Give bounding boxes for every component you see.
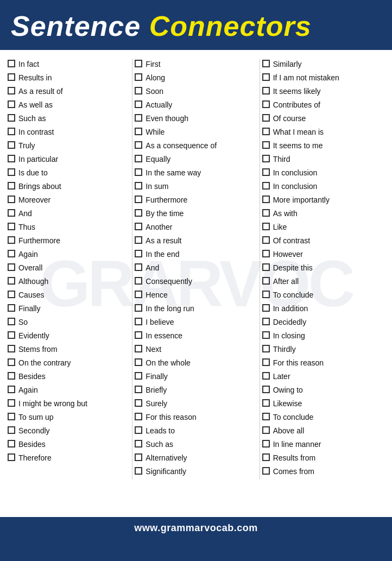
checkbox-icon[interactable] — [8, 209, 15, 217]
checkbox-icon[interactable] — [135, 114, 142, 122]
checkbox-icon[interactable] — [8, 100, 15, 108]
checkbox-icon[interactable] — [135, 372, 142, 380]
checkbox-icon[interactable] — [8, 236, 15, 244]
checkbox-icon[interactable] — [135, 60, 142, 67]
checkbox-icon[interactable] — [135, 399, 142, 407]
checkbox-icon[interactable] — [135, 467, 142, 475]
checkbox-icon[interactable] — [262, 155, 270, 162]
checkbox-icon[interactable] — [135, 73, 142, 81]
checkbox-icon[interactable] — [262, 467, 270, 475]
checkbox-icon[interactable] — [262, 399, 270, 407]
checkbox-icon[interactable] — [135, 87, 142, 94]
checkbox-icon[interactable] — [262, 372, 270, 380]
checkbox-icon[interactable] — [262, 60, 270, 67]
checkbox-icon[interactable] — [262, 73, 270, 81]
checkbox-icon[interactable] — [262, 236, 270, 244]
checkbox-icon[interactable] — [262, 141, 270, 149]
checkbox-icon[interactable] — [262, 304, 270, 312]
checkbox-icon[interactable] — [135, 331, 142, 339]
checkbox-icon[interactable] — [8, 223, 15, 230]
checkbox-icon[interactable] — [135, 453, 142, 461]
checkbox-icon[interactable] — [262, 440, 270, 447]
checkbox-icon[interactable] — [8, 128, 15, 135]
checkbox-icon[interactable] — [135, 223, 142, 230]
checkbox-icon[interactable] — [8, 250, 15, 257]
list-item: While — [135, 127, 257, 138]
checkbox-icon[interactable] — [135, 100, 142, 108]
checkbox-icon[interactable] — [8, 304, 15, 312]
checkbox-icon[interactable] — [262, 331, 270, 339]
checkbox-icon[interactable] — [135, 345, 142, 352]
checkbox-icon[interactable] — [8, 87, 15, 94]
checkbox-icon[interactable] — [262, 318, 270, 325]
list-item: What I mean is — [262, 127, 384, 138]
checkbox-icon[interactable] — [8, 141, 15, 149]
checkbox-icon[interactable] — [8, 73, 15, 81]
checkbox-icon[interactable] — [8, 331, 15, 339]
checkbox-icon[interactable] — [262, 209, 270, 217]
item-label: On the whole — [146, 357, 191, 369]
checkbox-icon[interactable] — [8, 358, 15, 366]
checkbox-icon[interactable] — [262, 87, 270, 94]
checkbox-icon[interactable] — [8, 155, 15, 162]
checkbox-icon[interactable] — [262, 291, 270, 298]
checkbox-icon[interactable] — [262, 426, 270, 434]
checkbox-icon[interactable] — [8, 277, 15, 285]
checkbox-icon[interactable] — [262, 250, 270, 257]
checkbox-icon[interactable] — [135, 440, 142, 447]
checkbox-icon[interactable] — [8, 60, 15, 67]
checkbox-icon[interactable] — [135, 196, 142, 203]
checkbox-icon[interactable] — [262, 128, 270, 135]
checkbox-icon[interactable] — [135, 291, 142, 298]
checkbox-icon[interactable] — [262, 453, 270, 461]
checkbox-icon[interactable] — [135, 426, 142, 434]
checkbox-icon[interactable] — [135, 413, 142, 420]
checkbox-icon[interactable] — [262, 182, 270, 190]
checkbox-icon[interactable] — [135, 277, 142, 285]
checkbox-icon[interactable] — [262, 277, 270, 285]
checkbox-icon[interactable] — [8, 426, 15, 434]
checkbox-icon[interactable] — [135, 236, 142, 244]
list-item: It seems to me — [262, 140, 384, 152]
checkbox-icon[interactable] — [8, 114, 15, 122]
checkbox-icon[interactable] — [262, 196, 270, 203]
checkbox-icon[interactable] — [262, 345, 270, 352]
checkbox-icon[interactable] — [8, 386, 15, 393]
checkbox-icon[interactable] — [262, 114, 270, 122]
checkbox-icon[interactable] — [8, 291, 15, 298]
checkbox-icon[interactable] — [8, 196, 15, 203]
checkbox-icon[interactable] — [8, 372, 15, 380]
checkbox-icon[interactable] — [8, 263, 15, 271]
checkbox-icon[interactable] — [262, 358, 270, 366]
checkbox-icon[interactable] — [135, 182, 142, 190]
checkbox-icon[interactable] — [135, 155, 142, 162]
checkbox-icon[interactable] — [8, 182, 15, 190]
checkbox-icon[interactable] — [8, 399, 15, 407]
checkbox-icon[interactable] — [135, 386, 142, 393]
checkbox-icon[interactable] — [8, 440, 15, 447]
checkbox-icon[interactable] — [135, 168, 142, 176]
item-label: Contributes of — [273, 99, 320, 111]
checkbox-icon[interactable] — [8, 168, 15, 176]
checkbox-icon[interactable] — [135, 141, 142, 149]
checkbox-icon[interactable] — [8, 453, 15, 461]
checkbox-icon[interactable] — [262, 168, 270, 176]
checkbox-icon[interactable] — [8, 413, 15, 420]
list-item: Such as — [8, 113, 130, 124]
checkbox-icon[interactable] — [135, 128, 142, 135]
checkbox-icon[interactable] — [135, 263, 142, 271]
checkbox-icon[interactable] — [262, 100, 270, 108]
checkbox-icon[interactable] — [262, 263, 270, 271]
item-label: Again — [18, 249, 38, 260]
checkbox-icon[interactable] — [8, 318, 15, 325]
checkbox-icon[interactable] — [135, 304, 142, 312]
checkbox-icon[interactable] — [135, 250, 142, 257]
checkbox-icon[interactable] — [135, 318, 142, 325]
checkbox-icon[interactable] — [262, 386, 270, 393]
checkbox-icon[interactable] — [8, 345, 15, 352]
checkbox-icon[interactable] — [262, 223, 270, 230]
checkbox-icon[interactable] — [135, 358, 142, 366]
checkbox-icon[interactable] — [135, 209, 142, 217]
checkbox-icon[interactable] — [262, 413, 270, 420]
list-item: In the long run — [135, 303, 257, 314]
